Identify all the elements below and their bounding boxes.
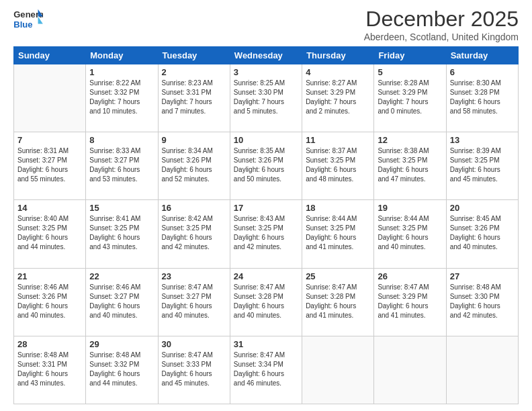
page: General Blue December 2025 Aberdeen, Sco… (0, 0, 532, 411)
day-number: 15 (89, 203, 154, 213)
col-tuesday: Tuesday (158, 47, 230, 64)
subtitle: Aberdeen, Scotland, United Kingdom (364, 32, 519, 42)
day-number: 22 (89, 271, 154, 281)
day-info: Sunrise: 8:39 AMSunset: 3:25 PMDaylight:… (450, 146, 515, 184)
day-number: 10 (234, 135, 298, 145)
day-info: Sunrise: 8:47 AMSunset: 3:28 PMDaylight:… (234, 283, 298, 320)
day-number: 30 (162, 339, 226, 349)
day-number: 3 (234, 67, 298, 77)
calendar-cell: 28Sunrise: 8:48 AMSunset: 3:31 PMDayligh… (14, 336, 86, 404)
day-info: Sunrise: 8:33 AMSunset: 3:27 PMDaylight:… (89, 146, 154, 184)
day-number: 28 (17, 339, 82, 349)
title-block: December 2025 Aberdeen, Scotland, United… (364, 7, 519, 42)
col-thursday: Thursday (302, 47, 374, 64)
calendar-cell: 27Sunrise: 8:48 AMSunset: 3:30 PMDayligh… (446, 268, 518, 336)
calendar-week-4: 21Sunrise: 8:46 AMSunset: 3:26 PMDayligh… (14, 268, 519, 336)
calendar-header-row: Sunday Monday Tuesday Wednesday Thursday… (14, 47, 519, 64)
day-info: Sunrise: 8:37 AMSunset: 3:25 PMDaylight:… (306, 146, 370, 184)
day-info: Sunrise: 8:31 AMSunset: 3:27 PMDaylight:… (17, 146, 82, 184)
day-number: 8 (89, 135, 154, 145)
calendar-cell: 21Sunrise: 8:46 AMSunset: 3:26 PMDayligh… (14, 268, 86, 336)
calendar-cell: 26Sunrise: 8:47 AMSunset: 3:29 PMDayligh… (374, 268, 446, 336)
day-info: Sunrise: 8:47 AMSunset: 3:34 PMDaylight:… (234, 351, 298, 388)
calendar-cell: 23Sunrise: 8:47 AMSunset: 3:27 PMDayligh… (158, 268, 230, 336)
day-info: Sunrise: 8:27 AMSunset: 3:29 PMDaylight:… (306, 79, 370, 116)
calendar-cell: 29Sunrise: 8:48 AMSunset: 3:32 PMDayligh… (86, 336, 158, 404)
calendar-cell: 20Sunrise: 8:45 AMSunset: 3:26 PMDayligh… (446, 200, 518, 268)
day-number: 12 (378, 135, 442, 145)
day-info: Sunrise: 8:43 AMSunset: 3:25 PMDaylight:… (234, 214, 298, 252)
day-number: 11 (306, 135, 370, 145)
calendar-cell: 12Sunrise: 8:38 AMSunset: 3:25 PMDayligh… (374, 132, 446, 200)
calendar-cell: 10Sunrise: 8:35 AMSunset: 3:26 PMDayligh… (230, 132, 302, 200)
day-info: Sunrise: 8:34 AMSunset: 3:26 PMDaylight:… (162, 146, 226, 184)
day-info: Sunrise: 8:42 AMSunset: 3:25 PMDaylight:… (162, 214, 226, 252)
calendar-cell (302, 336, 374, 404)
calendar-cell: 24Sunrise: 8:47 AMSunset: 3:28 PMDayligh… (230, 268, 302, 336)
calendar-cell: 18Sunrise: 8:44 AMSunset: 3:25 PMDayligh… (302, 200, 374, 268)
calendar-cell: 31Sunrise: 8:47 AMSunset: 3:34 PMDayligh… (230, 336, 302, 404)
calendar-cell: 6Sunrise: 8:30 AMSunset: 3:28 PMDaylight… (446, 64, 518, 132)
day-number: 26 (378, 271, 442, 281)
calendar-cell: 25Sunrise: 8:47 AMSunset: 3:28 PMDayligh… (302, 268, 374, 336)
svg-text:Blue: Blue (13, 19, 32, 30)
col-wednesday: Wednesday (230, 47, 302, 64)
calendar-cell (14, 64, 86, 132)
calendar-cell: 30Sunrise: 8:47 AMSunset: 3:33 PMDayligh… (158, 336, 230, 404)
calendar-cell: 7Sunrise: 8:31 AMSunset: 3:27 PMDaylight… (14, 132, 86, 200)
calendar-cell: 19Sunrise: 8:44 AMSunset: 3:25 PMDayligh… (374, 200, 446, 268)
calendar-cell: 17Sunrise: 8:43 AMSunset: 3:25 PMDayligh… (230, 200, 302, 268)
day-info: Sunrise: 8:46 AMSunset: 3:27 PMDaylight:… (89, 283, 154, 320)
day-info: Sunrise: 8:38 AMSunset: 3:25 PMDaylight:… (378, 146, 442, 184)
calendar-cell: 5Sunrise: 8:28 AMSunset: 3:29 PMDaylight… (374, 64, 446, 132)
day-info: Sunrise: 8:25 AMSunset: 3:30 PMDaylight:… (234, 79, 298, 116)
day-info: Sunrise: 8:28 AMSunset: 3:29 PMDaylight:… (378, 79, 442, 116)
calendar-cell: 2Sunrise: 8:23 AMSunset: 3:31 PMDaylight… (158, 64, 230, 132)
day-number: 5 (378, 67, 442, 77)
day-info: Sunrise: 8:45 AMSunset: 3:26 PMDaylight:… (450, 214, 515, 252)
day-info: Sunrise: 8:48 AMSunset: 3:31 PMDaylight:… (17, 351, 82, 388)
day-info: Sunrise: 8:46 AMSunset: 3:26 PMDaylight:… (17, 283, 82, 320)
day-number: 23 (162, 271, 226, 281)
day-info: Sunrise: 8:44 AMSunset: 3:25 PMDaylight:… (378, 214, 442, 252)
calendar-cell (374, 336, 446, 404)
day-number: 14 (17, 203, 82, 213)
calendar-cell: 16Sunrise: 8:42 AMSunset: 3:25 PMDayligh… (158, 200, 230, 268)
calendar-cell: 9Sunrise: 8:34 AMSunset: 3:26 PMDaylight… (158, 132, 230, 200)
main-title: December 2025 (364, 7, 519, 32)
calendar-cell: 14Sunrise: 8:40 AMSunset: 3:25 PMDayligh… (14, 200, 86, 268)
logo-icon: General Blue (13, 7, 43, 34)
calendar-cell: 4Sunrise: 8:27 AMSunset: 3:29 PMDaylight… (302, 64, 374, 132)
day-info: Sunrise: 8:41 AMSunset: 3:25 PMDaylight:… (89, 214, 154, 252)
day-info: Sunrise: 8:44 AMSunset: 3:25 PMDaylight:… (306, 214, 370, 252)
day-number: 2 (162, 67, 226, 77)
col-monday: Monday (86, 47, 158, 64)
day-info: Sunrise: 8:47 AMSunset: 3:28 PMDaylight:… (306, 283, 370, 320)
day-number: 16 (162, 203, 226, 213)
logo: General Blue (13, 7, 43, 34)
day-number: 31 (234, 339, 298, 349)
calendar-cell (446, 336, 518, 404)
day-number: 24 (234, 271, 298, 281)
day-info: Sunrise: 8:35 AMSunset: 3:26 PMDaylight:… (234, 146, 298, 184)
day-number: 1 (89, 67, 154, 77)
col-sunday: Sunday (14, 47, 86, 64)
calendar-week-2: 7Sunrise: 8:31 AMSunset: 3:27 PMDaylight… (14, 132, 519, 200)
day-info: Sunrise: 8:22 AMSunset: 3:32 PMDaylight:… (89, 79, 154, 116)
calendar-cell: 15Sunrise: 8:41 AMSunset: 3:25 PMDayligh… (86, 200, 158, 268)
calendar-cell: 8Sunrise: 8:33 AMSunset: 3:27 PMDaylight… (86, 132, 158, 200)
day-number: 21 (17, 271, 82, 281)
day-number: 6 (450, 67, 515, 77)
calendar-week-1: 1Sunrise: 8:22 AMSunset: 3:32 PMDaylight… (14, 64, 519, 132)
day-info: Sunrise: 8:40 AMSunset: 3:25 PMDaylight:… (17, 214, 82, 252)
calendar-cell: 3Sunrise: 8:25 AMSunset: 3:30 PMDaylight… (230, 64, 302, 132)
day-number: 9 (162, 135, 226, 145)
calendar-cell: 13Sunrise: 8:39 AMSunset: 3:25 PMDayligh… (446, 132, 518, 200)
day-info: Sunrise: 8:48 AMSunset: 3:30 PMDaylight:… (450, 283, 515, 320)
day-info: Sunrise: 8:23 AMSunset: 3:31 PMDaylight:… (162, 79, 226, 116)
day-number: 7 (17, 135, 82, 145)
col-friday: Friday (374, 47, 446, 64)
calendar-week-3: 14Sunrise: 8:40 AMSunset: 3:25 PMDayligh… (14, 200, 519, 268)
day-info: Sunrise: 8:30 AMSunset: 3:28 PMDaylight:… (450, 79, 515, 116)
day-number: 4 (306, 67, 370, 77)
